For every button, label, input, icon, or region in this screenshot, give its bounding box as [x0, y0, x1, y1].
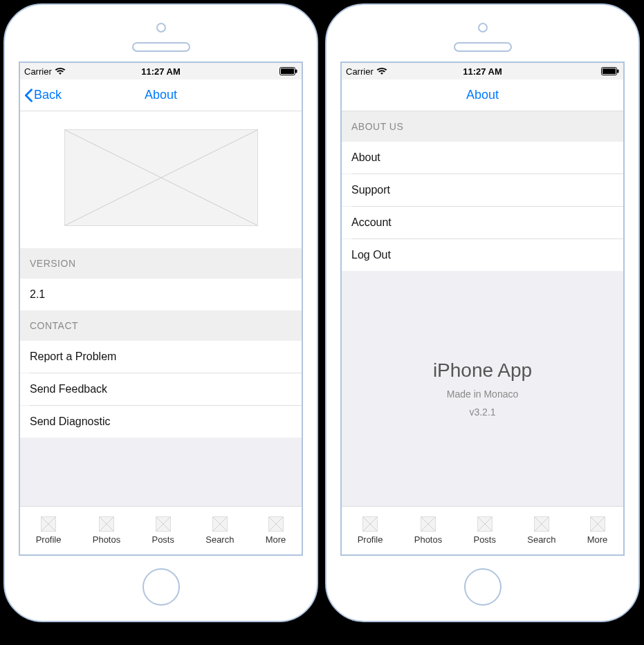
section-header-contact: CONTACT	[20, 310, 302, 341]
camera-dot	[478, 23, 488, 32]
tab-icon-placeholder	[590, 516, 605, 532]
chevron-left-icon	[23, 88, 34, 103]
wifi-icon	[376, 67, 387, 75]
status-bar: Carrier 11:27 AM	[342, 63, 623, 80]
tab-label: More	[587, 534, 608, 545]
phone-mockup-left: Carrier 11:27 AM Back About	[3, 3, 318, 622]
screen-left: Carrier 11:27 AM Back About	[19, 62, 303, 556]
tab-icon-placeholder	[212, 516, 228, 532]
tab-icon-placeholder	[534, 516, 549, 532]
back-button[interactable]: Back	[20, 88, 62, 103]
tab-icon-placeholder	[41, 516, 56, 532]
back-label: Back	[34, 88, 62, 102]
tab-label: Photos	[414, 534, 442, 545]
carrier-label: Carrier	[24, 66, 52, 77]
about-item-support[interactable]: Support	[342, 174, 623, 206]
nav-title: About	[20, 88, 302, 102]
tab-label: Profile	[358, 534, 383, 545]
clock-label: 11:27 AM	[116, 66, 207, 77]
tab-posts[interactable]: Posts	[151, 516, 174, 545]
footer-app-title: iPhone App	[433, 359, 532, 382]
tab-icon-placeholder	[156, 516, 171, 532]
tab-icon-placeholder	[99, 516, 114, 532]
clock-label: 11:27 AM	[437, 66, 528, 77]
footer-version: v3.2.1	[469, 406, 495, 418]
speaker-slot	[132, 42, 190, 52]
about-item-account[interactable]: Account	[342, 207, 623, 239]
battery-icon	[601, 67, 619, 75]
speaker-slot	[454, 42, 512, 52]
contact-item-send-diagnostic[interactable]: Send Diagnostic	[20, 406, 302, 438]
tab-search[interactable]: Search	[527, 516, 555, 545]
tab-profile[interactable]: Profile	[358, 516, 383, 545]
home-button[interactable]	[464, 568, 502, 606]
tab-label: Profile	[36, 534, 62, 545]
section-header-about-us: ABOUT US	[342, 111, 623, 142]
svg-rect-17	[617, 70, 619, 73]
tab-more[interactable]: More	[266, 516, 286, 545]
tab-label: Search	[205, 534, 234, 545]
content-spacer	[20, 438, 302, 506]
phone-top-hardware	[340, 16, 625, 62]
tab-label: Posts	[151, 534, 174, 545]
phone-mockup-right: Carrier 11:27 AM About ABOUT US About Su…	[325, 3, 640, 622]
hero-area	[20, 111, 302, 248]
tab-posts[interactable]: Posts	[473, 516, 496, 545]
tab-label: Search	[527, 534, 555, 545]
contact-item-send-feedback[interactable]: Send Feedback	[20, 373, 302, 405]
nav-bar: Back About	[20, 80, 302, 111]
home-button[interactable]	[142, 568, 180, 606]
tab-icon-placeholder	[362, 516, 378, 532]
image-placeholder	[64, 129, 258, 226]
phone-top-hardware	[19, 16, 303, 62]
svg-rect-1	[281, 68, 294, 74]
content-right: ABOUT US About Support Account Log Out i…	[342, 111, 623, 506]
tab-photos[interactable]: Photos	[414, 516, 442, 545]
contact-item-report-problem[interactable]: Report a Problem	[20, 341, 302, 373]
tab-icon-placeholder	[477, 516, 493, 532]
tab-more[interactable]: More	[587, 516, 608, 545]
tab-profile[interactable]: Profile	[36, 516, 62, 545]
about-item-logout[interactable]: Log Out	[342, 239, 623, 271]
content-left: VERSION 2.1 CONTACT Report a Problem Sen…	[20, 111, 302, 506]
tab-label: More	[266, 534, 286, 545]
nav-bar: About	[342, 80, 623, 111]
about-item-about[interactable]: About	[342, 142, 623, 174]
footer-subtitle: Made in Monaco	[447, 389, 519, 400]
tab-label: Photos	[93, 534, 120, 545]
tab-label: Posts	[473, 534, 496, 545]
tab-icon-placeholder	[268, 516, 284, 532]
svg-rect-2	[295, 70, 297, 73]
footer-info: iPhone App Made in Monaco v3.2.1	[342, 271, 623, 506]
section-header-version: VERSION	[20, 248, 302, 279]
version-cell: 2.1	[20, 279, 302, 310]
status-bar: Carrier 11:27 AM	[20, 63, 302, 80]
nav-title: About	[342, 88, 623, 102]
svg-rect-16	[602, 68, 616, 74]
wifi-icon	[55, 67, 66, 75]
screen-right: Carrier 11:27 AM About ABOUT US About Su…	[340, 62, 625, 556]
carrier-label: Carrier	[346, 66, 374, 77]
tab-bar: Profile Photos Posts Search More	[20, 506, 302, 554]
camera-dot	[156, 23, 166, 32]
tab-bar: Profile Photos Posts Search More	[342, 506, 623, 554]
tab-icon-placeholder	[421, 516, 436, 532]
tab-photos[interactable]: Photos	[93, 516, 120, 545]
battery-icon	[279, 67, 297, 75]
tab-search[interactable]: Search	[205, 516, 234, 545]
